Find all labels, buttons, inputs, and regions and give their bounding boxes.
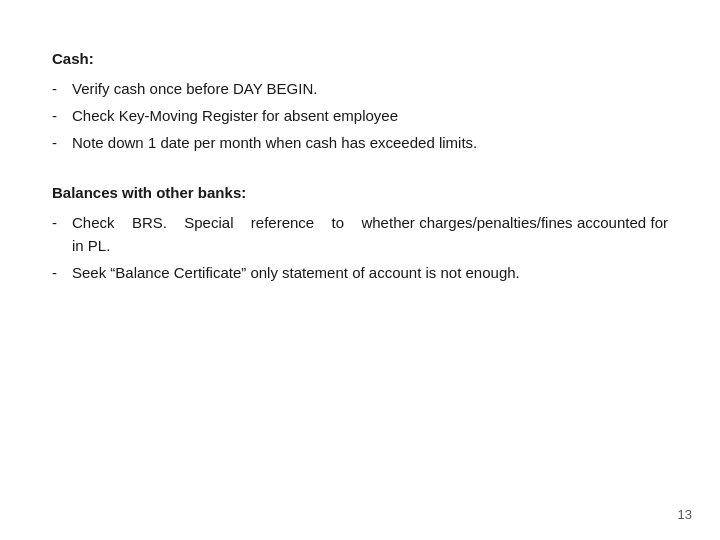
bullet-text: Check BRS. Special reference to whether … <box>72 211 668 258</box>
bullet-dash: - <box>52 211 72 234</box>
cash-section-title: Cash: <box>52 48 668 71</box>
bullet-dash: - <box>52 77 72 100</box>
cash-bullet-list: - Verify cash once before DAY BEGIN. - C… <box>52 77 668 155</box>
page-number: 13 <box>678 507 692 522</box>
content-area: Cash: - Verify cash once before DAY BEGI… <box>52 48 668 500</box>
balances-section-title: Balances with other banks: <box>52 182 668 205</box>
bullet-text: Seek “Balance Certificate” only statemen… <box>72 261 668 284</box>
balances-section: Balances with other banks: - Check BRS. … <box>52 182 668 284</box>
list-item: - Seek “Balance Certificate” only statem… <box>52 261 668 284</box>
bullet-text: Check Key-Moving Register for absent emp… <box>72 104 668 127</box>
bullet-dash: - <box>52 104 72 127</box>
bullet-dash: - <box>52 261 72 284</box>
bullet-text: Verify cash once before DAY BEGIN. <box>72 77 668 100</box>
list-item: - Check BRS. Special reference to whethe… <box>52 211 668 258</box>
bullet-dash: - <box>52 131 72 154</box>
list-item: - Verify cash once before DAY BEGIN. <box>52 77 668 100</box>
balances-bullet-list: - Check BRS. Special reference to whethe… <box>52 211 668 285</box>
cash-section: Cash: - Verify cash once before DAY BEGI… <box>52 48 668 154</box>
bullet-text: Note down 1 date per month when cash has… <box>72 131 668 154</box>
list-item: - Check Key-Moving Register for absent e… <box>52 104 668 127</box>
slide-container: Cash: - Verify cash once before DAY BEGI… <box>0 0 720 540</box>
list-item: - Note down 1 date per month when cash h… <box>52 131 668 154</box>
